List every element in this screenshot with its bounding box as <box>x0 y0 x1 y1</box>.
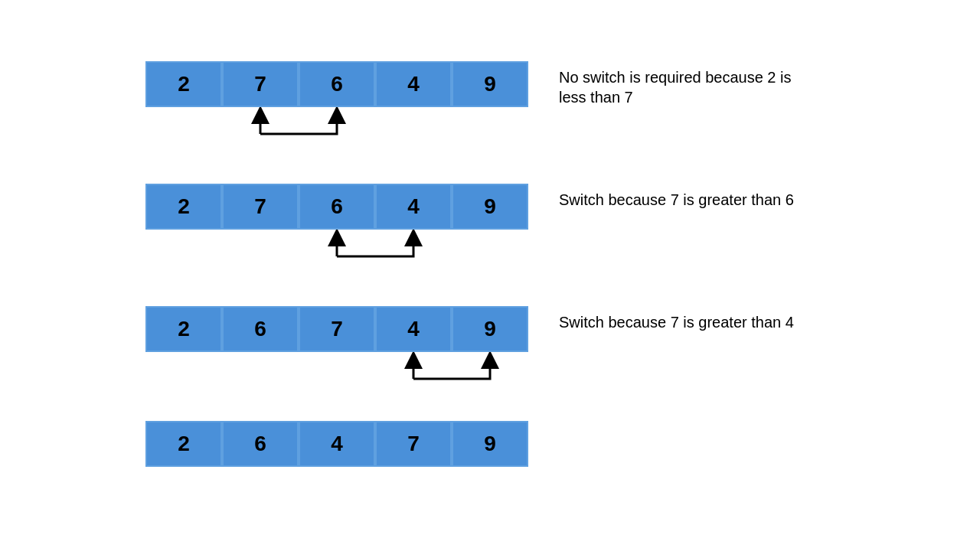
label-2: Switch because 7 is greater than 6 <box>559 190 819 210</box>
label-1: No switch is required because 2 is less … <box>559 67 819 107</box>
cell-1-0: 2 <box>145 61 222 107</box>
diagram-area: 2 7 6 4 9 2 7 6 4 9 2 6 7 4 9 2 6 4 7 <box>145 46 835 505</box>
cell-3-3: 4 <box>375 306 452 352</box>
cell-1-2: 6 <box>299 61 375 107</box>
cell-2-3: 4 <box>375 184 452 230</box>
array-row-4: 2 6 4 7 9 <box>145 421 528 467</box>
arrow3-right <box>413 360 490 379</box>
cell-1-1: 7 <box>222 61 299 107</box>
array-row-1: 2 7 6 4 9 <box>145 61 528 107</box>
cell-3-1: 6 <box>222 306 299 352</box>
cell-4-3: 7 <box>375 421 452 467</box>
array-row-3: 2 6 7 4 9 <box>145 306 528 352</box>
cell-4-2: 4 <box>299 421 375 467</box>
array-row-2: 2 7 6 4 9 <box>145 184 528 230</box>
cell-4-4: 9 <box>452 421 528 467</box>
cell-1-4: 9 <box>452 61 528 107</box>
cell-2-4: 9 <box>452 184 528 230</box>
cell-2-0: 2 <box>145 184 222 230</box>
label-3: Switch because 7 is greater than 4 <box>559 312 819 332</box>
cell-4-0: 2 <box>145 421 222 467</box>
cell-3-4: 9 <box>452 306 528 352</box>
cell-2-1: 7 <box>222 184 299 230</box>
arrow2-right <box>337 237 413 256</box>
cell-3-0: 2 <box>145 306 222 352</box>
cell-1-3: 4 <box>375 61 452 107</box>
cell-2-2: 6 <box>299 184 375 230</box>
arrow1-right <box>260 115 337 134</box>
cell-3-2: 7 <box>299 306 375 352</box>
main-container: 2 7 6 4 9 2 7 6 4 9 2 6 7 4 9 2 6 4 7 <box>0 0 980 551</box>
cell-4-1: 6 <box>222 421 299 467</box>
